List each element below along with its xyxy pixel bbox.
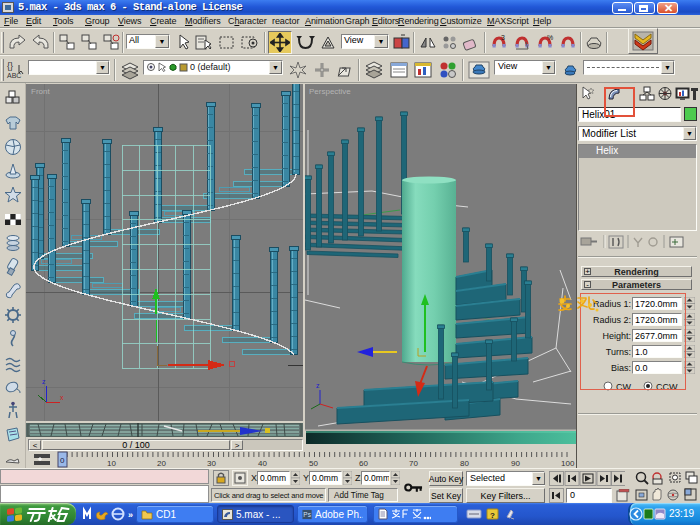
svg-text:%: %	[547, 34, 553, 41]
svg-text:80: 80	[460, 459, 469, 468]
svg-text:?: ?	[490, 511, 495, 520]
svg-text:40: 40	[258, 459, 267, 468]
svg-text:50: 50	[309, 459, 318, 468]
svg-text:»: »	[128, 510, 133, 520]
svg-text:3: 3	[501, 34, 505, 41]
svg-text:z: z	[42, 378, 46, 385]
svg-text:20: 20	[157, 459, 166, 468]
svg-text:Perspective: Perspective	[309, 87, 351, 96]
svg-text:Ps: Ps	[303, 511, 310, 518]
svg-text:30: 30	[207, 459, 216, 468]
svg-text:x: x	[60, 394, 64, 401]
svg-text:z: z	[316, 382, 320, 389]
svg-text:60: 60	[359, 459, 368, 468]
svg-text:10: 10	[107, 459, 116, 468]
svg-text:90: 90	[511, 459, 520, 468]
svg-text:{}: {}	[7, 61, 13, 71]
svg-text:0: 0	[60, 456, 65, 465]
svg-text:100: 100	[561, 459, 575, 468]
svg-text:70: 70	[409, 459, 418, 468]
